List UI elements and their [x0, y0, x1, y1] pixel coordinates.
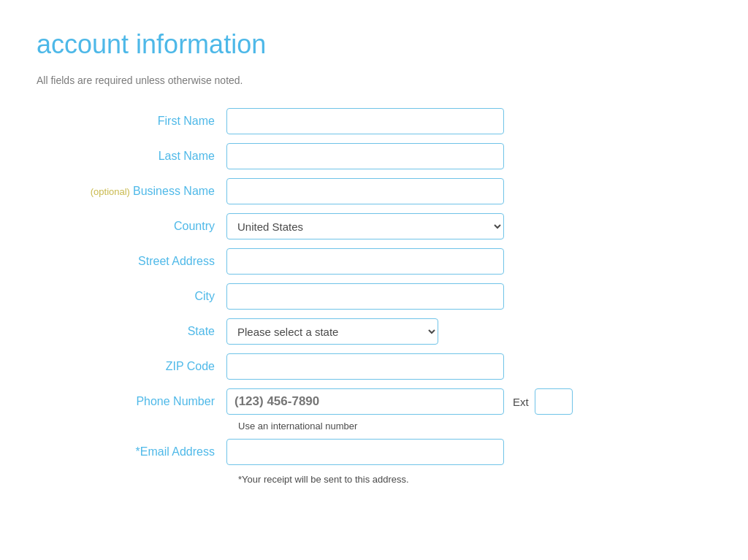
state-select[interactable]: Please select a state Alabama Alaska Ari… [226, 318, 438, 345]
last-name-label: Last Name [37, 150, 226, 163]
email-receipt-note: *Your receipt will be sent to this addre… [238, 474, 694, 485]
phone-helper-text[interactable]: Use an international number [238, 421, 694, 431]
phone-number-row: Phone Number Ext [37, 388, 694, 415]
city-row: City [37, 283, 694, 310]
email-label: *Email Address [37, 445, 226, 459]
phone-number-label: Phone Number [37, 395, 226, 408]
zip-code-label: ZIP Code [37, 360, 226, 373]
street-address-label: Street Address [37, 255, 226, 268]
email-input[interactable] [226, 439, 504, 465]
last-name-input[interactable] [226, 143, 504, 169]
state-row: State Please select a state Alabama Alas… [37, 318, 694, 345]
street-address-row: Street Address [37, 248, 694, 275]
email-row: *Email Address [37, 439, 694, 465]
city-input[interactable] [226, 283, 504, 310]
business-name-row: (optional)Business Name [37, 178, 694, 204]
form-subtitle: All fields are required unless otherwise… [37, 74, 694, 86]
phone-input-group: Ext [226, 388, 573, 415]
last-name-row: Last Name [37, 143, 694, 169]
zip-code-input[interactable] [226, 353, 504, 380]
account-information-form: account information All fields are requi… [37, 29, 694, 485]
optional-tag: (optional) [91, 186, 130, 197]
page-title: account information [37, 29, 694, 60]
first-name-input[interactable] [226, 108, 504, 134]
business-name-label: (optional)Business Name [37, 185, 226, 198]
first-name-label: First Name [37, 115, 226, 128]
country-select[interactable]: United States Canada United Kingdom Aust… [226, 213, 504, 239]
business-name-input[interactable] [226, 178, 504, 204]
city-label: City [37, 290, 226, 303]
street-address-input[interactable] [226, 248, 504, 275]
country-row: Country United States Canada United King… [37, 213, 694, 239]
phone-input[interactable] [226, 388, 504, 415]
country-label: Country [37, 220, 226, 233]
state-label: State [37, 325, 226, 338]
ext-input[interactable] [535, 388, 573, 415]
first-name-row: First Name [37, 108, 694, 134]
ext-label: Ext [513, 396, 529, 408]
zip-code-row: ZIP Code [37, 353, 694, 380]
